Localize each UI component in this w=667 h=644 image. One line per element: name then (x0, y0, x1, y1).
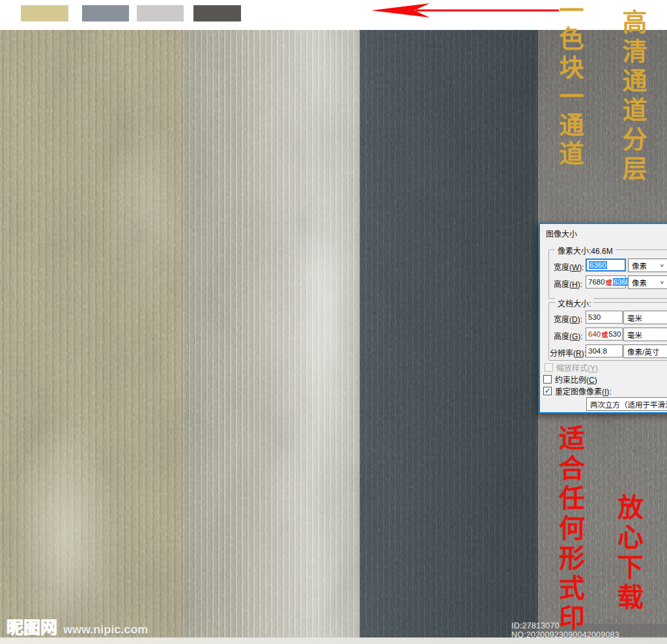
label-text: 宽度( (554, 315, 572, 324)
mnemonic: Y (590, 364, 595, 373)
unit-label: 像素 (632, 260, 647, 271)
checkbox[interactable] (543, 375, 552, 384)
resample-method-select[interactable]: 两次立方（适用于平滑渐变 (586, 397, 667, 411)
texture-stripe-khaki (0, 30, 183, 637)
mnemonic: R (576, 349, 582, 358)
label-text: ): (578, 280, 582, 289)
gold-vertical-text-hd-channel-layers: 高清通道分层 (620, 9, 645, 185)
image-id-badge: ID:27813070 NO:20200923090042009083 (511, 624, 667, 636)
mnemonic: H (572, 280, 578, 289)
scale-styles-checkbox-row: 缩放样式(Y) (545, 362, 598, 373)
doc-width-label: 宽度(D): (554, 313, 582, 324)
pixel-width-input[interactable]: 6360 (586, 259, 626, 272)
chevron-down-icon: ∨ (660, 279, 664, 285)
resolution-label: 分辨率(R): (550, 347, 586, 358)
pixel-height-unit-select[interactable]: 像素 ∨ (628, 275, 667, 289)
mnemonic: G (572, 332, 578, 341)
image-id-text: ID:27813070 NO:20200923090042009083 (511, 621, 667, 639)
unit-label: 毫米 (627, 329, 642, 340)
checkbox-checked[interactable]: ✓ (543, 387, 552, 395)
checkbox-label: 约束比例(C) (555, 374, 597, 385)
dialog-title: 图像大小 (546, 228, 577, 239)
label-text: 分辨率( (550, 349, 576, 358)
selected-value: 6360 (589, 261, 607, 269)
checkbox[interactable] (545, 363, 553, 372)
texture-stripe-silver (183, 30, 360, 637)
gold-vertical-text-one-block-one-channel: 一色块一通道 (557, 0, 582, 169)
site-logo-text: 昵图网 (7, 619, 57, 637)
color-swatch-gray-blue (82, 5, 129, 21)
red-vertical-text-download-confidently: 放心下载 (616, 494, 642, 613)
site-url-text: www.nipic.com (63, 623, 148, 637)
value: 304.8 (588, 347, 607, 355)
resolution-input[interactable]: 304.8 (586, 344, 623, 357)
unit-label: 像素/英寸 (627, 346, 659, 357)
label-text: 重定图像像素( (555, 387, 604, 397)
checkbox-label: 重定图像像素(I): (555, 385, 612, 397)
checkbox-label: 缩放样式(Y) (556, 362, 598, 373)
doc-width-unit-select[interactable]: 毫米 (623, 311, 667, 324)
pixel-height-input[interactable]: 7680或6360 (586, 275, 626, 288)
label-text: ): (578, 332, 582, 341)
constrain-proportions-checkbox-row: 约束比例(C) (543, 374, 597, 385)
document-size-group-label: 文档大小: (555, 298, 593, 309)
label-text: 高度( (554, 332, 572, 341)
label-text: ) (595, 364, 598, 373)
color-swatch-khaki (21, 5, 68, 21)
mnemonic: D (572, 315, 578, 324)
label-text: ): (578, 315, 582, 324)
doc-height-label: 高度(G): (554, 330, 583, 341)
label-text: 约束比例( (555, 376, 589, 385)
arrow-left-icon (365, 0, 567, 22)
doc-width-input[interactable]: 530 (586, 311, 623, 324)
unit-label: 毫米 (627, 313, 642, 323)
pixel-size-group-label: 像素大小:46.6M (555, 245, 616, 256)
screenshot-root: 一色块一通道 高清通道分层 适合任何形式印 放心下载 图像大小 像素大小:46.… (0, 0, 667, 644)
or-mark: 或 (606, 277, 612, 287)
chevron-down-icon: ∨ (660, 262, 664, 268)
label-text: ) (595, 376, 597, 385)
pixel-height-label: 高度(H): (554, 278, 582, 289)
pixel-size-group: 像素大小:46.6M (548, 249, 667, 299)
doc-height-input[interactable]: 640或530 (586, 328, 623, 341)
old-value: 7680 (588, 278, 605, 286)
resample-image-checkbox-row: ✓ 重定图像像素(I): (543, 385, 612, 397)
pixel-width-unit-select[interactable]: 像素 ∨ (628, 259, 667, 272)
resolution-unit-select[interactable]: 像素/英寸 (623, 344, 667, 358)
label-text: 高度( (554, 280, 572, 289)
old-value: 640 (588, 330, 601, 338)
label-text: ): (606, 387, 611, 397)
color-swatch-light-gray (137, 5, 184, 21)
pixel-width-label: 宽度(W): (554, 261, 584, 272)
mnemonic: W (572, 263, 579, 272)
value: 530 (588, 313, 601, 321)
unit-label: 像素 (632, 277, 647, 288)
label-text: 宽度( (554, 263, 572, 272)
label-text: 缩放样式( (556, 364, 590, 373)
label-text: ): (579, 263, 584, 272)
doc-height-unit-select[interactable]: 毫米 (623, 328, 667, 341)
mnemonic: C (589, 376, 595, 385)
red-vertical-text-any-print-form: 适合任何形式印 (557, 425, 583, 634)
texture-stripe-dark-slate (360, 30, 538, 637)
value: 530 (608, 330, 621, 338)
color-swatch-dark-gray (193, 5, 241, 21)
or-mark: 或 (601, 329, 608, 339)
site-watermark: 昵图网 www.nipic.com (7, 619, 148, 637)
image-size-dialog: 图像大小 像素大小:46.6M 宽度(W): 6360 像素 ∨ 高度(H): … (539, 223, 667, 413)
resample-method-value: 两次立方（适用于平滑渐变 (590, 399, 667, 410)
